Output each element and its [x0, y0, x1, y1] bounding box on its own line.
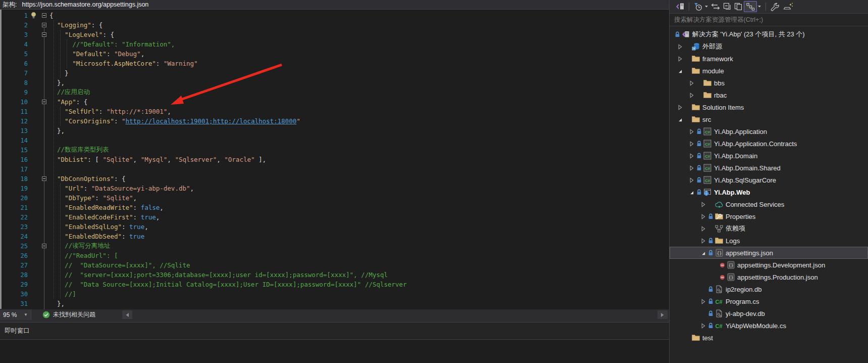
scroll-left-icon[interactable] — [122, 310, 132, 319]
code-line[interactable]: 29 // "Data Source=[xxxx];Initial Catalo… — [0, 280, 669, 289]
code-line[interactable]: 25 //读写分离地址 — [0, 241, 669, 251]
tree-item-yi.abp.application.contracts[interactable]: C#Yi.Abp.Application.Contracts — [670, 138, 868, 150]
fold-collapse-box[interactable] — [39, 32, 49, 37]
code-line[interactable]: 8 }, — [0, 78, 669, 87]
properties-icon[interactable] — [769, 1, 781, 12]
tree-item-program.cs[interactable]: C#Program.cs — [670, 295, 868, 307]
expander-closed-icon[interactable] — [699, 225, 707, 232]
expander-closed-icon[interactable] — [676, 43, 684, 50]
tree-item-appsettings.production.json[interactable]: {}appsettings.Production.json — [670, 271, 868, 283]
tree-item-appsettings.development.json[interactable]: {}appsettings.Development.json — [670, 259, 868, 271]
code-editor[interactable]: 1{2 "Logging": {3 "LogLevel": {4 //"Defa… — [0, 10, 669, 309]
tree-item-yiabpwebmodule.cs[interactable]: C#YiAbpWebModule.cs — [670, 320, 868, 332]
expander-closed-icon[interactable] — [688, 177, 695, 184]
expander-closed-icon[interactable] — [688, 141, 695, 147]
expander-closed-icon[interactable] — [688, 165, 695, 171]
code-line[interactable]: 31 }, — [0, 299, 669, 308]
tree-item-yi.abp.domain[interactable]: C#Yi.Abp.Domain — [670, 150, 868, 162]
tree-item-yi-abp-dev.db[interactable]: yi-abp-dev.db — [670, 307, 868, 320]
sparkle-icon[interactable] — [781, 1, 795, 12]
tree-item-yi.abp.application[interactable]: C#Yi.Abp.Application — [670, 125, 868, 138]
expander-open-icon[interactable] — [688, 189, 695, 196]
code-line[interactable]: 2 "Logging": { — [0, 20, 669, 30]
tree-item-解决方案-yi.abp-23-个项目-共-23-个-[interactable]: 解决方案 'Yi.Abp' (23 个项目, 共 23 个) — [670, 28, 868, 40]
expander-closed-icon[interactable] — [688, 153, 695, 159]
fold-collapse-box[interactable] — [39, 244, 49, 248]
code-line[interactable]: 10 "App": { — [0, 97, 669, 107]
horizontal-scrollbar[interactable] — [122, 310, 668, 319]
expander-closed-icon[interactable] — [688, 92, 695, 99]
expander-closed-icon[interactable] — [699, 323, 707, 329]
code-line[interactable]: 27 // "DataSource=[xxxx]", //Sqlite — [0, 260, 669, 270]
scroll-right-icon[interactable] — [657, 310, 668, 319]
code-line[interactable]: 4 //"Default": "Information", — [0, 39, 669, 49]
code-line[interactable]: 28 // "server=[xxxx];port=3306;database=… — [0, 270, 669, 280]
tree-item-yi.abp.domain.shared[interactable]: C#Yi.Abp.Domain.Shared — [670, 162, 868, 174]
fold-collapse-box[interactable] — [39, 23, 49, 27]
fold-collapse-box[interactable] — [39, 176, 49, 181]
expander-closed-icon[interactable] — [699, 213, 707, 220]
tree-item-src[interactable]: src — [670, 113, 868, 125]
expander-open-icon[interactable] — [676, 68, 684, 74]
code-line[interactable]: 21 "EnabledReadWrite": false, — [0, 203, 669, 212]
expander-open-icon[interactable] — [676, 116, 684, 123]
tree-item-test[interactable]: test — [670, 332, 868, 344]
code-line[interactable]: 30 //] — [0, 289, 669, 299]
code-line[interactable]: 26 //"ReadUrl": [ — [0, 251, 669, 260]
code-line[interactable]: 6 "Microsoft.AspNetCore": "Warning" — [0, 59, 669, 68]
code-line[interactable]: 24 "EnabledDbSeed": true — [0, 232, 669, 241]
tree-item-yi.abp.sqlsugarcore[interactable]: C#Yi.Abp.SqlSugarCore — [670, 174, 868, 186]
tree-item-ip2region.db[interactable]: ip2region.db — [670, 283, 868, 295]
url-link[interactable]: http://localhost:19001;http://localhost:… — [126, 117, 297, 125]
expander-closed-icon[interactable] — [688, 80, 695, 86]
chevron-down-icon[interactable] — [704, 5, 708, 8]
code-line[interactable]: 22 "EnabledCodeFirst": true, — [0, 212, 669, 222]
zoom-level-dropdown[interactable]: 95 % ▼ — [0, 309, 31, 320]
code-line[interactable]: 3 "LogLevel": { — [0, 30, 669, 39]
fold-collapse-box[interactable] — [39, 100, 49, 104]
expander-closed-icon[interactable] — [699, 298, 707, 305]
expander-open-icon[interactable] — [699, 250, 707, 256]
preview-selected-items-icon[interactable] — [733, 1, 744, 12]
immediate-window-content[interactable] — [0, 340, 669, 363]
code-line[interactable]: 12 "CorsOrigins": "http://localhost:1900… — [0, 116, 669, 126]
quick-actions-lightbulb-icon[interactable] — [28, 12, 39, 19]
tree-item-外部源[interactable]: 外部源 — [670, 40, 868, 53]
code-line[interactable]: 17 — [0, 164, 669, 174]
sync-with-active-document-icon[interactable] — [709, 1, 722, 12]
switch-views-icon[interactable] — [674, 1, 686, 12]
code-line[interactable]: 11 "SelfUrl": "http://*:19001", — [0, 107, 669, 116]
code-line[interactable]: 15 //数据库类型列表 — [0, 145, 669, 155]
code-line[interactable]: 13 }, — [0, 126, 669, 135]
collapse-all-icon[interactable] — [722, 1, 733, 12]
expander-closed-icon[interactable] — [699, 201, 707, 208]
expander-closed-icon[interactable] — [676, 56, 684, 62]
tree-item-framework[interactable]: framework — [670, 53, 868, 65]
tree-item-appsettings.json[interactable]: {}appsettings.json — [670, 247, 868, 259]
tree-item-connected-services[interactable]: Connected Services — [670, 198, 868, 210]
file-nesting-icon[interactable] — [744, 1, 757, 12]
tree-item-module[interactable]: module — [670, 65, 868, 77]
expander-closed-icon[interactable] — [676, 104, 684, 111]
code-line[interactable]: 14 — [0, 135, 669, 145]
expander-closed-icon[interactable] — [699, 238, 707, 244]
code-line[interactable]: 1{ — [0, 11, 669, 20]
tree-item-rbac[interactable]: rbac — [670, 89, 868, 101]
code-line[interactable]: 23 "EnabledSqlLog": true, — [0, 222, 669, 232]
tree-item-properties[interactable]: Properties — [670, 210, 868, 222]
tree-item-yi.abp.web[interactable]: Yi.Abp.Web — [670, 186, 868, 198]
tree-item-solution-items[interactable]: Solution Items — [670, 101, 868, 113]
tree-item-logs[interactable]: Logs — [670, 235, 868, 247]
code-line[interactable]: 16 "DbList": [ "Sqlite", "Mysql", "Sqlse… — [0, 155, 669, 164]
code-line[interactable]: 18 "DbConnOptions": { — [0, 174, 669, 184]
solution-explorer-search-input[interactable]: 搜索解决方案资源管理器(Ctrl+;) — [670, 14, 868, 26]
fold-collapse-box[interactable] — [39, 13, 49, 18]
schema-url-combobox[interactable]: https://json.schemastore.org/appsettings… — [20, 1, 669, 9]
code-line[interactable]: 9 //应用启动 — [0, 87, 669, 97]
code-line[interactable]: 19 "Url": "DataSource=yi-abp-dev.db", — [0, 184, 669, 193]
tree-item-依赖项[interactable]: 依赖项 — [670, 222, 868, 235]
code-line[interactable]: 5 "Default": "Debug", — [0, 49, 669, 59]
tree-item-bbs[interactable]: bbs — [670, 77, 868, 89]
code-line[interactable]: 7 } — [0, 68, 669, 78]
expander-closed-icon[interactable] — [688, 128, 695, 135]
